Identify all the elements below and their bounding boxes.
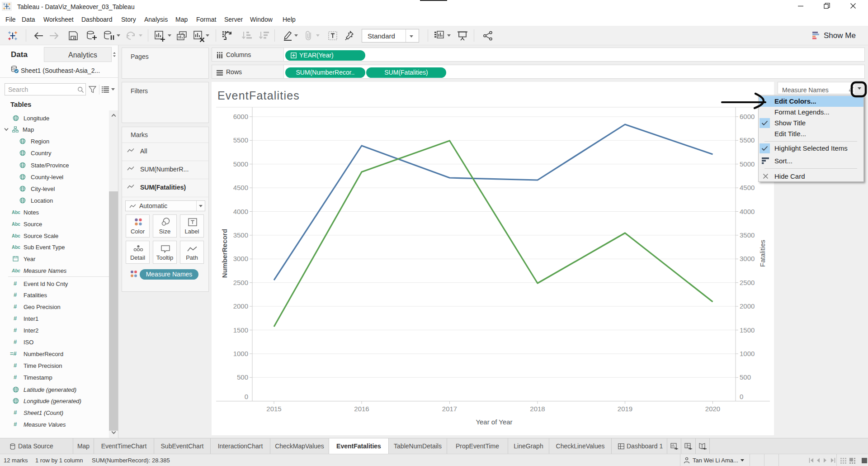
svg-text:1000: 1000 <box>233 350 248 357</box>
svg-text:4000: 4000 <box>740 208 755 215</box>
svg-text:5000: 5000 <box>233 160 248 168</box>
svg-text:Fatalities: Fatalities <box>759 240 766 267</box>
svg-text:NumberRecord: NumberRecord <box>221 229 228 278</box>
svg-text:5500: 5500 <box>233 136 248 144</box>
svg-text:2020: 2020 <box>705 405 720 413</box>
svg-text:1500: 1500 <box>233 326 248 334</box>
svg-text:2500: 2500 <box>740 279 755 286</box>
svg-text:3500: 3500 <box>740 231 755 239</box>
svg-text:4000: 4000 <box>233 208 248 215</box>
svg-text:0: 0 <box>245 393 248 400</box>
svg-text:0: 0 <box>740 393 743 400</box>
svg-text:2000: 2000 <box>233 302 248 310</box>
svg-text:500: 500 <box>237 373 248 381</box>
svg-text:2015: 2015 <box>266 405 281 413</box>
svg-text:2017: 2017 <box>442 405 457 413</box>
svg-text:EventFatalities: EventFatalities <box>217 89 300 102</box>
svg-text:5500: 5500 <box>740 136 755 144</box>
svg-text:2000: 2000 <box>740 302 755 310</box>
svg-text:2500: 2500 <box>233 279 248 286</box>
svg-text:500: 500 <box>740 373 751 381</box>
svg-text:1500: 1500 <box>740 326 755 334</box>
svg-text:3000: 3000 <box>740 255 755 262</box>
svg-text:4500: 4500 <box>740 184 755 191</box>
svg-text:3000: 3000 <box>233 255 248 262</box>
svg-text:3500: 3500 <box>233 231 248 239</box>
svg-text:Year of Year: Year of Year <box>476 418 512 426</box>
svg-text:2018: 2018 <box>530 405 545 413</box>
svg-text:6000: 6000 <box>233 113 248 120</box>
svg-text:2019: 2019 <box>618 405 632 413</box>
svg-text:5000: 5000 <box>740 160 755 168</box>
svg-text:2016: 2016 <box>354 405 369 413</box>
svg-text:4500: 4500 <box>233 184 248 191</box>
svg-text:1000: 1000 <box>740 350 755 357</box>
